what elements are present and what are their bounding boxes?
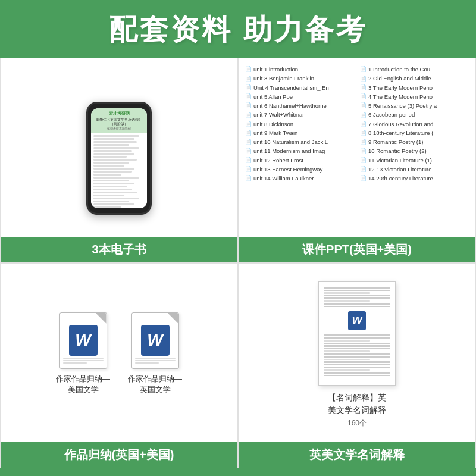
cell-works: W 作家作品归纳— 美国文学 W — [0, 263, 238, 468]
ebook-label: 3本电子书 — [1, 237, 237, 262]
word-logo-2: W — [141, 325, 170, 356]
ppt-file-icon: 📄 — [359, 130, 367, 137]
phone-mockup: 宏才考研网 黄华仁《英国文学史及选读》 （前沿版） 笔记考研真题详解 — [86, 102, 152, 215]
ppt-file-icon: 📄 — [245, 148, 252, 155]
ppt-file-icon: 📄 — [359, 148, 367, 155]
cell-ebook: 宏才考研网 黄华仁《英国文学史及选读》 （前沿版） 笔记考研真题详解 — [0, 58, 238, 263]
ppt-file-icon: 📄 — [245, 139, 252, 146]
phone-screen-top: 宏才考研网 黄华仁《英国文学史及选读》 （前沿版） 笔记考研真题详解 — [91, 108, 147, 133]
word-doc-1: W 作家作品归纳— 美国文学 — [56, 312, 110, 395]
ppt-right-item: 📄5 Renaissance (3) Poetry a — [359, 102, 469, 110]
ppt-left-item: 📄unit 12 Robert Frost — [245, 156, 355, 165]
word-doc-2-caption: 作家作品归纳— 英国文学 — [128, 374, 182, 395]
word-doc-1-caption: 作家作品归纳— 美国文学 — [56, 374, 110, 395]
phone-screen-bottom — [91, 133, 147, 208]
word-doc-2: W 作家作品归纳— 英国文学 — [128, 312, 182, 395]
doc-word-logo: W — [324, 311, 390, 330]
ppt-right-item: 📄1 Introduction to the Cou — [359, 65, 469, 74]
ppt-file-icon: 📄 — [245, 175, 252, 182]
ppt-right-item: 📄6 Jacobean period — [359, 111, 469, 119]
header: 配套资料 助力备考 — [0, 0, 476, 58]
word-doc-icon-2: W — [131, 312, 179, 369]
cell-terms: W 【名词解释】英 美文学 — [238, 263, 476, 468]
ppt-file-icon: 📄 — [359, 175, 367, 182]
document-preview: W — [318, 281, 396, 386]
main-grid: 宏才考研网 黄华仁《英国文学史及选读》 （前沿版） 笔记考研真题详解 — [0, 58, 476, 468]
ppt-file-icon: 📄 — [359, 121, 367, 128]
ppt-right-item: 📄2 Old English and Middle — [359, 74, 469, 83]
ppt-file-icon: 📄 — [359, 66, 367, 73]
phone-book-sub: 笔记考研真题详解 — [107, 127, 131, 130]
doc-w-icon: W — [348, 311, 366, 330]
ppt-file-icon: 📄 — [359, 157, 367, 164]
terms-caption: 【名词解释】英 美文学名词解释 160个 — [328, 392, 386, 429]
ppt-file-icon: 📄 — [245, 75, 252, 82]
ppt-right-item: 📄11 Victorian Literature (1) — [359, 156, 469, 165]
ppt-left-item: 📄unit 11 Modernism and Imag — [245, 147, 355, 155]
ppt-right-item: 📄4 The Early Modern Perio — [359, 93, 469, 101]
ppt-right-item: 📄12-13 Victorian Literature — [359, 165, 469, 174]
ppt-left-column: 📄unit 1 introduction📄unit 3 Benjamin Fra… — [245, 65, 355, 236]
ppt-file-icon: 📄 — [245, 111, 252, 118]
ppt-file-icon: 📄 — [359, 111, 367, 118]
ppt-file-icon: 📄 — [245, 130, 252, 137]
word-logo-1: W — [69, 325, 98, 356]
ppt-file-icon: 📄 — [359, 93, 367, 101]
ppt-right-item: 📄3 The Early Modern Perio — [359, 84, 469, 92]
phone-book-title: 黄华仁《英国文学史及选读》 （前沿版） — [96, 118, 142, 127]
ppt-file-icon: 📄 — [359, 102, 367, 109]
ppt-left-item: 📄unit 10 Naturalism and Jack L — [245, 138, 355, 146]
terms-count: 160个 — [347, 419, 367, 427]
cell-ppt: 📄unit 1 introduction📄unit 3 Benjamin Fra… — [238, 58, 476, 263]
works-label: 作品归纳(英国+美国) — [1, 442, 237, 468]
ppt-left-item: 📄Unit 4 Transcendentalism_ En — [245, 84, 355, 92]
ppt-file-icon: 📄 — [245, 166, 252, 173]
phone-screen: 宏才考研网 黄华仁《英国文学史及选读》 （前沿版） 笔记考研真题详解 — [91, 108, 147, 208]
ppt-left-item: 📄unit 3 Benjamin Franklin — [245, 74, 355, 83]
ppt-left-item: 📄unit 1 introduction — [245, 65, 355, 74]
ppt-file-icon: 📄 — [359, 75, 367, 82]
word-docs: W 作家作品归纳— 美国文学 W — [56, 312, 182, 395]
ppt-label: 课件PPT(英国+美国) — [239, 237, 475, 262]
ppt-right-item: 📄9 Romantic Poetry (1) — [359, 138, 469, 146]
ppt-file-icon: 📄 — [245, 66, 252, 73]
ppt-left-item: 📄unit 8 Dickinson — [245, 120, 355, 129]
ppt-file-icon: 📄 — [245, 102, 252, 109]
ppt-left-item: 📄unit 6 Nanthaniel+Hawthorne — [245, 102, 355, 110]
ppt-left-item: 📄unit 14 William Faulkner — [245, 174, 355, 183]
ppt-right-item: 📄7 Glorious Revolution and — [359, 120, 469, 129]
ppt-left-item: 📄unit 13 Earnest Hemingway — [245, 165, 355, 174]
header-title: 配套资料 助力备考 — [0, 11, 476, 49]
ppt-right-item: 📄8 18th-century Literature ( — [359, 129, 469, 137]
ppt-file-icon: 📄 — [245, 157, 252, 164]
ppt-left-item: 📄unit 9 Mark Twain — [245, 129, 355, 137]
word-doc-icon-1: W — [60, 312, 107, 369]
ppt-right-item: 📄14 20th-century Literature — [359, 174, 469, 183]
ppt-file-icon: 📄 — [359, 166, 367, 173]
ppt-file-icon: 📄 — [359, 139, 367, 146]
ppt-right-item: 📄10 Romantic Poetry (2) — [359, 147, 469, 155]
terms-label: 英美文学名词解释 — [239, 442, 475, 468]
ppt-file-icon: 📄 — [245, 121, 252, 128]
ppt-file-icon: 📄 — [359, 84, 367, 92]
ppt-left-item: 📄unit 5 Allan Poe — [245, 93, 355, 101]
ppt-content: 📄unit 1 introduction📄unit 3 Benjamin Fra… — [245, 65, 469, 236]
ppt-left-item: 📄unit 7 Walt+Whitman — [245, 111, 355, 119]
phone-logo: 宏才考研网 — [109, 111, 130, 117]
ppt-right-column: 📄1 Introduction to the Cou📄2 Old English… — [359, 65, 469, 236]
ppt-file-icon: 📄 — [245, 93, 252, 101]
ppt-file-icon: 📄 — [245, 84, 252, 92]
